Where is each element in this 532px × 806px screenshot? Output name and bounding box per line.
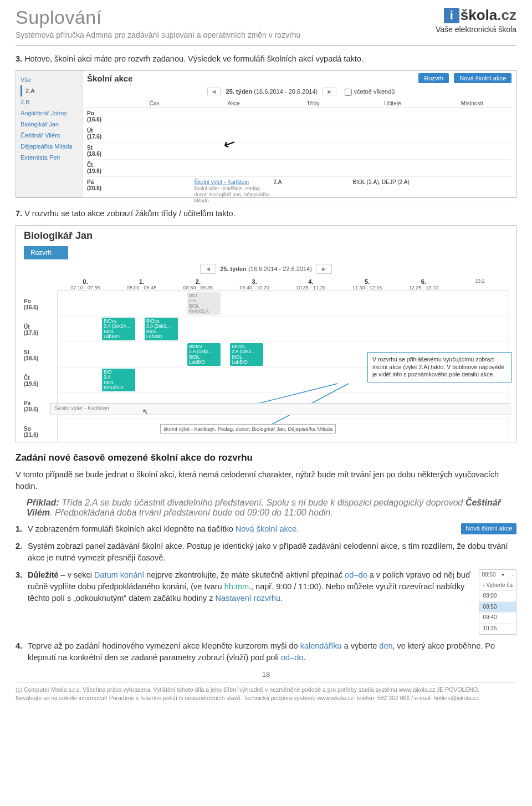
step-3-body: Hotovo, školní akci máte pro rozvrh zada…: [24, 54, 364, 63]
section-intro: V tomto případě se bude jednat o školní …: [16, 469, 516, 492]
schedule-event-row[interactable]: Školní výlet - Karlštejn: [50, 403, 510, 415]
dropdown-selected[interactable]: 08:50: [482, 571, 495, 579]
link-od-do-2[interactable]: od–do: [281, 653, 303, 662]
prev-week-button-2[interactable]: ◄: [200, 264, 216, 274]
row-day-ut: Út (17.6): [24, 316, 57, 341]
link-datum-konani[interactable]: Datum konání: [94, 570, 144, 579]
day-ct: Čt (19.6): [87, 162, 115, 174]
step-3-number: 3.: [16, 54, 22, 63]
cell-ut-2[interactable]: BIOcv. 2.A (2sk2... BIOL LabBIO: [145, 318, 178, 340]
sidebar-item-teacher-3[interactable]: Češtinář Vilém: [21, 130, 78, 141]
step-7-body: V rozvrhu se tato akce zobrazí žákům tří…: [24, 209, 235, 218]
hour-column: 13:2: [452, 278, 508, 290]
footer: (c) Computer Media s.r.o. Všechna práva …: [16, 682, 516, 702]
dropdown-option-1[interactable]: 08:00: [479, 591, 516, 602]
dropdown-option-4[interactable]: 10:35: [479, 624, 516, 635]
row-day-po: Po (16.6): [24, 290, 57, 316]
hour-column: 2.08:50 - 09:35: [170, 278, 227, 290]
example-paragraph: Příklad: Třída 2.A se bude účastnit diva…: [16, 498, 516, 518]
link-nastaveni-rozvrhu[interactable]: Nastavení rozvrhu: [216, 594, 281, 603]
link-den[interactable]: den: [379, 641, 392, 650]
week-range-2: (16.6.2014 - 22.6.2014): [248, 266, 312, 272]
header-divider: [16, 45, 516, 45]
link-od-do[interactable]: od–do: [345, 570, 367, 579]
next-week-button[interactable]: ►: [323, 88, 336, 95]
hour-column: 1.08:00 - 08:45: [114, 278, 170, 290]
row-day-st: St (18.6): [24, 341, 57, 367]
footer-line-1: (c) Computer Media s.r.o. Všechna práva …: [16, 686, 516, 694]
page-subtitle: Systémová příručka Admina pro zadávání s…: [16, 30, 300, 39]
col-cas: Čas: [115, 100, 194, 106]
step-7-text: 7. V rozvrhu se tato akce zobrazí žákům …: [16, 208, 516, 220]
step-list-3: 3. 08:50▾- - Vyberte ča 08:00 08:50 09:4…: [16, 569, 516, 635]
step-list-4-num: 4.: [16, 640, 22, 652]
time-dropdown-screenshot: 08:50▾- - Vyberte ča 08:00 08:50 09:40 1…: [479, 569, 516, 635]
dropdown-option-placeholder[interactable]: - Vyberte ča: [479, 580, 516, 591]
step-list-2-num: 2.: [16, 540, 22, 552]
row-day-ct: Čt (19.6): [24, 367, 57, 392]
cell-st-4[interactable]: BIOcv. 2.A (1sk2... BIOL LabBIO: [230, 343, 263, 366]
sidebar-item-2b[interactable]: 2.B: [21, 96, 78, 108]
next-week-button-2[interactable]: ►: [316, 264, 332, 274]
new-action-button[interactable]: Nová školní akce: [454, 73, 511, 83]
step-list-1-num: 1.: [16, 523, 22, 535]
day-po: Po (16.6): [87, 110, 115, 123]
section-heading: Zadání nové časově omezené školní akce d…: [16, 452, 516, 463]
cell-po-3[interactable]: BIO 2.A BIOL KmUč2.A: [187, 292, 221, 315]
row-day-so: So (21.6): [24, 418, 57, 442]
tooltip: školní výlet - Karlštejn. Pedag. dozor: …: [160, 424, 336, 433]
step-3-bold: Důležité: [28, 570, 59, 579]
footer-line-2: Neváhejte se na cokoliv informovat! Pora…: [16, 694, 516, 702]
weekend-checkbox[interactable]: [345, 89, 352, 96]
new-action-button-inline[interactable]: Nová školní akce: [461, 523, 516, 534]
teacher-name: Biologikář Jan: [24, 230, 508, 242]
week-number: 25. týden: [226, 88, 253, 95]
event-subtitle: školní výlet - Karlštejn. Pedag. dozor: …: [194, 186, 270, 203]
weekend-label: včetně víkendů: [354, 88, 395, 95]
chevron-down-icon[interactable]: ▾: [502, 571, 504, 579]
page-header: Suplování Systémová příručka Admina pro …: [16, 0, 516, 43]
cell-st-3[interactable]: BIOcv. 2.A (1sk2... BIOL LabBIO: [187, 343, 221, 366]
day-ut: Út (17.6): [87, 127, 115, 140]
event-class: 2.A: [273, 179, 352, 203]
step-list-4: 4. Teprve až po zadání hodinového vymeze…: [16, 640, 516, 664]
hour-column: 4.10:35 - 11:20: [283, 278, 339, 290]
sidebar-item-2a[interactable]: 2.A: [21, 85, 78, 96]
hour-column: 5.11:30 - 12:15: [339, 278, 396, 290]
sidebar-item-vse[interactable]: Vše: [21, 74, 78, 85]
callout-box: V rozvrhu se přihlášenému vyučujícímu zo…: [367, 352, 511, 382]
rozvrh-button[interactable]: Rozvrh: [418, 73, 449, 83]
sidebar-item-teacher-2[interactable]: Biologikář Jan: [21, 119, 78, 130]
step-list-1: 1. Nová školní akce V zobrazeném formulá…: [16, 523, 516, 535]
sidebar-item-teacher-1[interactable]: Angličtinář Johny: [21, 108, 78, 119]
logo: i škola.cz Vaše elektronická škola: [436, 7, 516, 34]
logo-text-cz: .cz: [497, 7, 516, 23]
step-7-number: 7.: [16, 209, 22, 218]
page-number: 18: [16, 670, 516, 679]
col-ucitele: Učitelé: [353, 100, 432, 106]
sidebar-item-teacher-4[interactable]: Dějepisářka Milada: [21, 141, 78, 152]
prev-week-button[interactable]: ◄: [207, 88, 221, 95]
new-action-link[interactable]: Nová školní akce: [236, 524, 296, 533]
logo-text-main: škola: [461, 7, 498, 23]
col-mistnosti: Místnosti: [432, 100, 511, 106]
sidebar-item-teacher-5[interactable]: Externista Petr: [21, 152, 78, 163]
step-list-3-num: 3.: [16, 569, 22, 581]
hour-column: 6.12:25 - 13:10: [396, 278, 452, 290]
tab-rozvrh[interactable]: Rozvrh: [24, 246, 68, 259]
dropdown-option-2[interactable]: 08:50: [479, 602, 516, 613]
link-kalendarik[interactable]: kalendáříku: [300, 641, 342, 650]
cell-ct-1[interactable]: BIO 2.A BIOL KmUč2.A: [102, 369, 135, 391]
format-hhmm: hh:mm: [224, 582, 249, 591]
dropdown-option-3[interactable]: 09:40: [479, 613, 516, 624]
week-range: (16.6.2014 - 20.6.2014): [254, 88, 318, 95]
col-tridy: Třídy: [273, 100, 352, 106]
step-list-2: 2. Systém zobrazí panel zadávání školní …: [16, 540, 516, 564]
screenshot-rozvrh: Biologikář Jan Rozvrh ◄ 25. týden (16.6.…: [16, 225, 516, 442]
logo-subtitle: Vaše elektronická škola: [436, 25, 516, 34]
event-link[interactable]: Školní výlet - Karlštejn: [194, 179, 249, 185]
cell-ut-1[interactable]: BIOcv. 2.A (2sk2A... BIOL LabBIO: [102, 318, 135, 340]
day-pa: Pá (20.6): [87, 179, 115, 203]
sidebar: Vše 2.A 2.B Angličtinář Johny Biologikář…: [16, 71, 83, 197]
cursor-icon: ↖: [142, 407, 149, 416]
